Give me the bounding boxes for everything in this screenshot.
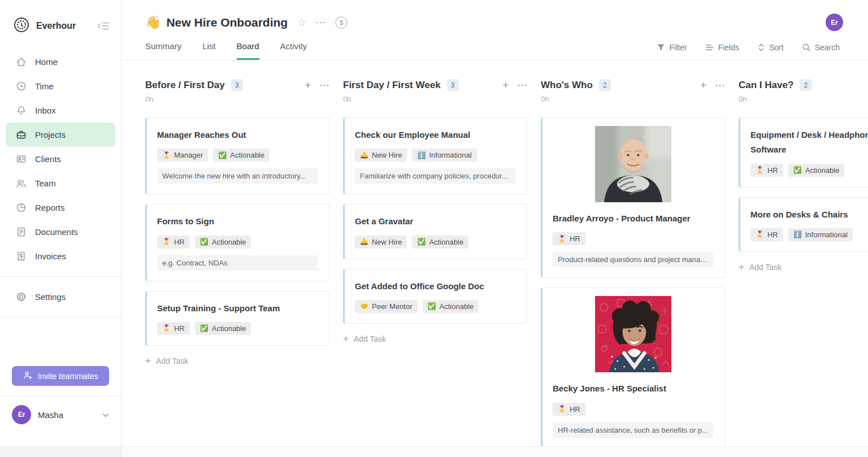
- brand: Everhour: [0, 0, 121, 50]
- sidebar-item-inbox[interactable]: Inbox: [0, 98, 121, 123]
- check-icon: ✅: [428, 302, 436, 310]
- tag-chip: 🎖️Manager: [157, 149, 208, 162]
- tag-chip: 🎖️HR: [553, 403, 585, 416]
- add-task-button[interactable]: + Add Task: [343, 333, 527, 345]
- sidebar-item-home[interactable]: Home: [0, 50, 121, 74]
- task-card[interactable]: More on Desks & Chairs 🎖️HR ℹ️Informatio…: [739, 197, 868, 252]
- tag-label: HR: [174, 238, 185, 246]
- task-card[interactable]: Becky Jones - HR Specialist 🎖️HR HR-rela…: [541, 288, 725, 448]
- invite-teammates-button[interactable]: Invite teammates: [12, 366, 109, 386]
- add-card-icon[interactable]: +: [502, 80, 509, 90]
- column-title[interactable]: Can I Have?: [739, 80, 793, 91]
- tag-chip: ℹ️Informational: [788, 228, 853, 241]
- tab-board[interactable]: Board: [237, 41, 259, 60]
- task-card[interactable]: Setup Training - Support Team 🎖️HR ✅Acti…: [145, 291, 329, 346]
- task-card[interactable]: Manager Reaches Out 🎖️Manager ✅Actionabl…: [145, 117, 329, 194]
- check-icon: ✅: [218, 151, 227, 159]
- board-column-can-i-have: Can I Have? 2 + ⋯ 0h Equipment / Desk / …: [739, 79, 868, 273]
- sidebar-item-label: Projects: [35, 130, 66, 140]
- billing-icon[interactable]: $: [335, 16, 348, 29]
- sidebar-item-reports[interactable]: Reports: [0, 195, 121, 220]
- clock-icon: [16, 81, 27, 92]
- tag-chip: ✅Actionable: [412, 236, 468, 249]
- medal-icon: 🎖️: [162, 238, 171, 246]
- sidebar-item-projects[interactable]: Projects: [6, 123, 115, 147]
- page-title: New Hire Onboarding: [166, 16, 288, 29]
- tab-list[interactable]: List: [202, 41, 215, 60]
- fields-label: Fields: [718, 43, 739, 52]
- favorite-star-icon[interactable]: ☆: [297, 16, 306, 29]
- column-count-badge: 2: [800, 79, 811, 91]
- task-card[interactable]: Forms to Sign 🎖️HR ✅Actionable e.g. Cont…: [145, 204, 329, 281]
- column-menu-icon[interactable]: ⋯: [715, 80, 725, 90]
- add-task-button[interactable]: + Add Task: [145, 355, 329, 367]
- sidebar-collapse-icon[interactable]: [97, 22, 110, 30]
- tag-chip: 🎖️HR: [157, 236, 190, 249]
- tab-summary[interactable]: Summary: [145, 41, 181, 60]
- info-icon: ℹ️: [793, 230, 802, 238]
- bell-icon: [16, 105, 27, 116]
- more-options-icon[interactable]: ⋯: [315, 16, 326, 29]
- task-title: Check our Employee Manual: [355, 128, 515, 142]
- check-icon: ✅: [417, 238, 426, 246]
- invoice-icon: [16, 251, 27, 262]
- person-plus-icon: [23, 371, 33, 382]
- sidebar-item-label: Reports: [35, 203, 65, 212]
- tag-chip: 🛎️New Hire: [355, 149, 407, 162]
- tag-label: New Hire: [372, 238, 402, 246]
- check-icon: ✅: [793, 166, 802, 174]
- plus-icon: +: [739, 262, 744, 273]
- sidebar-item-team[interactable]: Team: [0, 171, 121, 195]
- task-card[interactable]: Get a Gravatar 🛎️New Hire ✅Actionable: [343, 204, 527, 259]
- column-menu-icon[interactable]: ⋯: [517, 80, 527, 90]
- sort-button[interactable]: Sort: [758, 43, 784, 52]
- medal-icon: 🎖️: [558, 235, 566, 243]
- account-avatar[interactable]: Er: [826, 14, 843, 31]
- divider: [0, 276, 121, 277]
- tag-label: HR: [570, 405, 580, 414]
- main-content: 👋 New Hire Onboarding ☆ ⋯ $ Er Summary L…: [121, 0, 868, 457]
- task-card[interactable]: Get Added to Office Google Doc 🤝Peer Men…: [343, 269, 527, 324]
- sidebar-item-settings[interactable]: Settings: [0, 285, 121, 309]
- task-card[interactable]: Check our Employee Manual 🛎️New Hire ℹ️I…: [343, 117, 527, 194]
- sidebar-item-documents[interactable]: Documents: [0, 220, 121, 244]
- filter-button[interactable]: Filter: [657, 43, 687, 52]
- column-title[interactable]: Before / First Day: [145, 80, 225, 91]
- svg-text:$: $: [340, 19, 343, 26]
- task-title: Manager Reaches Out: [157, 128, 318, 142]
- add-card-icon[interactable]: +: [305, 80, 311, 90]
- task-card[interactable]: Equipment / Desk / Headphones / Software…: [739, 117, 868, 188]
- task-title: Equipment / Desk / Headphones / Software: [750, 128, 868, 158]
- sort-label: Sort: [769, 43, 784, 52]
- column-title[interactable]: Who's Who: [541, 80, 593, 91]
- search-label: Search: [815, 43, 840, 52]
- home-icon: [16, 56, 27, 67]
- sidebar-item-invoices[interactable]: Invoices: [0, 244, 121, 268]
- tab-activity[interactable]: Activity: [280, 41, 307, 60]
- sidebar-item-label: Team: [35, 179, 56, 188]
- sidebar-item-clients[interactable]: Clients: [0, 147, 121, 171]
- add-task-button[interactable]: + Add Task: [739, 262, 868, 273]
- tag-chip: 🎖️HR: [750, 164, 783, 177]
- task-card[interactable]: Bradley Arroyo - Product Manager 🎖️HR Pr…: [541, 117, 725, 278]
- pie-chart-icon: [16, 202, 27, 213]
- project-emoji: 👋: [145, 15, 160, 30]
- handshake-icon: 🤝: [360, 302, 368, 310]
- tag-label: Actionable: [230, 151, 264, 159]
- sidebar-item-time[interactable]: Time: [0, 74, 121, 98]
- tag-chip: 🤝Peer Mentor: [355, 300, 418, 313]
- everhour-logo-icon[interactable]: [14, 17, 29, 35]
- task-note: HR-related assistance, such as benefits …: [553, 423, 713, 438]
- project-header: 👋 New Hire Onboarding ☆ ⋯ $ Er: [121, 0, 868, 31]
- task-title: Setup Training - Support Team: [157, 301, 318, 316]
- fields-button[interactable]: Fields: [706, 43, 739, 52]
- user-name: Masha: [38, 410, 102, 420]
- search-icon: [802, 43, 810, 51]
- sidebar: Everhour Home Time: [0, 0, 121, 457]
- tag-label: Peer Mentor: [372, 302, 413, 311]
- add-card-icon[interactable]: +: [700, 80, 706, 90]
- search-button[interactable]: Search: [802, 43, 840, 52]
- sidebar-item-label: Settings: [35, 292, 66, 302]
- column-title[interactable]: First Day / First Week: [343, 80, 441, 91]
- column-menu-icon[interactable]: ⋯: [319, 80, 329, 90]
